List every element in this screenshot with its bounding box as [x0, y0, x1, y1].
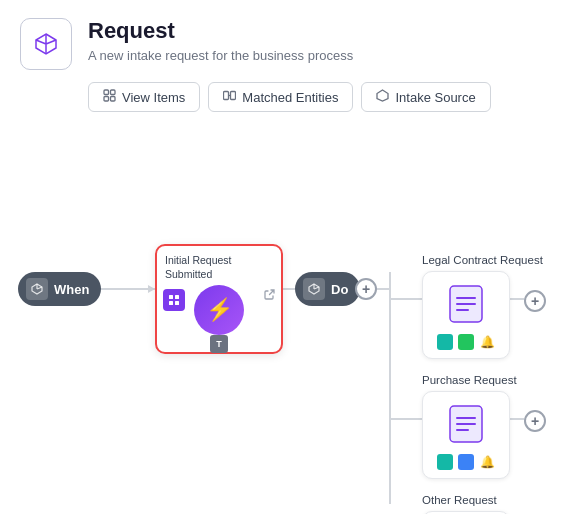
svg-rect-1	[111, 90, 116, 95]
purchase-icon	[446, 402, 486, 446]
tray-icon	[163, 289, 185, 311]
event-card-title: Initial Request Submitted	[157, 246, 281, 285]
legal-contract-icon	[446, 282, 486, 326]
matched-entities-label: Matched Entities	[242, 90, 338, 105]
external-link-icon	[264, 289, 275, 302]
page-title: Request	[88, 18, 353, 44]
intake-source-button[interactable]: Intake Source	[361, 82, 490, 112]
other-request-label: Other Request	[422, 494, 497, 506]
legal-contract-card[interactable]: 🔔	[422, 271, 510, 359]
svg-rect-23	[169, 301, 173, 305]
app-icon	[20, 18, 72, 70]
source-icon	[376, 89, 389, 105]
other-request-card[interactable]: 🔔	[422, 511, 510, 514]
event-card-body: ⚡	[157, 285, 281, 335]
svg-marker-7	[377, 90, 388, 101]
svg-rect-0	[104, 90, 109, 95]
header: Request A new intake request for the bus…	[0, 0, 570, 82]
toolbar: View Items Matched Entities Intake Sourc…	[0, 82, 570, 124]
legal-contract-dots: 🔔	[437, 334, 495, 350]
matched-entities-button[interactable]: Matched Entities	[208, 82, 353, 112]
view-items-label: View Items	[122, 90, 185, 105]
svg-rect-3	[111, 97, 116, 102]
canvas: When Initial Request Submitted ⚡	[0, 124, 570, 514]
event-card-footer: T	[157, 335, 281, 359]
add-after-legal-button[interactable]: +	[524, 290, 546, 312]
dot-bell-1: 🔔	[479, 334, 495, 350]
legal-contract-label: Legal Contract Request	[422, 254, 543, 266]
dot-green-1	[458, 334, 474, 350]
event-card[interactable]: Initial Request Submitted ⚡ T	[155, 244, 283, 354]
purchase-request-card[interactable]: 🔔	[422, 391, 510, 479]
dot-teal-1	[437, 334, 453, 350]
svg-rect-21	[169, 295, 173, 299]
svg-rect-2	[104, 97, 109, 102]
svg-marker-19	[148, 285, 155, 293]
lightning-icon: ⚡	[194, 285, 244, 335]
purchase-dots: 🔔	[437, 454, 495, 470]
svg-rect-5	[231, 92, 236, 100]
when-label: When	[54, 282, 89, 297]
when-icon	[26, 278, 48, 300]
when-node: When	[18, 272, 101, 306]
view-items-button[interactable]: View Items	[88, 82, 200, 112]
svg-rect-24	[175, 301, 179, 305]
dot-blue-2	[458, 454, 474, 470]
intake-source-label: Intake Source	[395, 90, 475, 105]
dot-teal-2	[437, 454, 453, 470]
dot-bell-2: 🔔	[479, 454, 495, 470]
grid-icon	[103, 89, 116, 105]
do-icon	[303, 278, 325, 300]
do-node: Do	[295, 272, 360, 306]
match-icon	[223, 89, 236, 105]
header-text: Request A new intake request for the bus…	[88, 18, 353, 63]
page-subtitle: A new intake request for the business pr…	[88, 48, 353, 63]
svg-rect-4	[224, 92, 229, 100]
purchase-request-label: Purchase Request	[422, 374, 517, 386]
add-after-purchase-button[interactable]: +	[524, 410, 546, 432]
svg-rect-22	[175, 295, 179, 299]
do-label: Do	[331, 282, 348, 297]
tag-icon: T	[210, 335, 228, 353]
add-after-do-button[interactable]: +	[355, 278, 377, 300]
